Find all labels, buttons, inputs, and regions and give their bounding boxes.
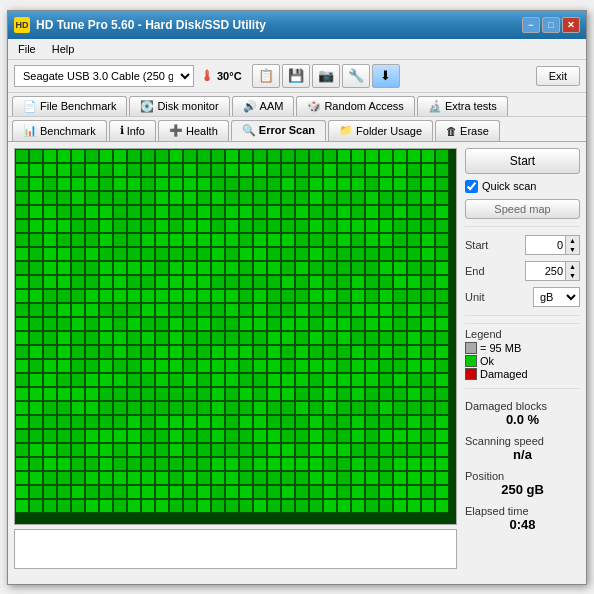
grid-cell <box>15 219 29 233</box>
close-button[interactable]: ✕ <box>562 17 580 33</box>
start-input[interactable] <box>526 239 565 251</box>
grid-cell <box>211 485 225 499</box>
grid-cell <box>113 401 127 415</box>
grid-cell <box>71 387 85 401</box>
start-down-arrow[interactable]: ▼ <box>566 245 579 254</box>
download-icon-btn[interactable]: ⬇ <box>372 64 400 88</box>
drive-select[interactable]: Seagate USB 3.0 Cable (250 gB) <box>14 65 194 87</box>
grid-cell <box>99 359 113 373</box>
menu-help[interactable]: Help <box>46 41 81 57</box>
grid-cell <box>43 359 57 373</box>
grid-cell <box>183 471 197 485</box>
grid-cell <box>379 205 393 219</box>
grid-cell <box>295 401 309 415</box>
grid-cell <box>365 261 379 275</box>
grid-cell <box>309 331 323 345</box>
grid-cell <box>253 485 267 499</box>
grid-cell <box>379 303 393 317</box>
elapsed-time-value: 0:48 <box>465 517 580 532</box>
grid-cell <box>253 247 267 261</box>
grid-cell <box>127 443 141 457</box>
grid-cell <box>323 387 337 401</box>
grid-cell <box>29 289 43 303</box>
grid-cell <box>323 219 337 233</box>
unit-select[interactable]: gB MB LBA <box>533 287 580 307</box>
grid-cell <box>295 289 309 303</box>
start-spinner[interactable]: ▲ ▼ <box>525 235 580 255</box>
end-spinner[interactable]: ▲ ▼ <box>525 261 580 281</box>
grid-cell <box>71 261 85 275</box>
grid-cell <box>141 415 155 429</box>
grid-cell <box>351 163 365 177</box>
grid-cell <box>323 485 337 499</box>
tab-benchmark[interactable]: 📊 Benchmark <box>12 120 107 141</box>
grid-cell <box>183 331 197 345</box>
position-title: Position <box>465 470 580 482</box>
tab-random-access[interactable]: 🎲 Random Access <box>296 96 414 116</box>
grid-cell <box>71 317 85 331</box>
tab-file-benchmark[interactable]: 📄 File Benchmark <box>12 96 127 116</box>
speedmap-button[interactable]: Speed map <box>465 199 580 219</box>
maximize-button[interactable]: □ <box>542 17 560 33</box>
grid-cell <box>197 149 211 163</box>
grid-cell <box>239 261 253 275</box>
grid-cell <box>323 191 337 205</box>
grid-cell <box>421 163 435 177</box>
grid-cell <box>29 499 43 513</box>
grid-cell <box>421 219 435 233</box>
start-up-arrow[interactable]: ▲ <box>566 236 579 245</box>
grid-cell <box>435 275 449 289</box>
exit-button[interactable]: Exit <box>536 66 580 86</box>
end-input[interactable] <box>526 265 565 277</box>
end-up-arrow[interactable]: ▲ <box>566 262 579 271</box>
grid-cell <box>57 317 71 331</box>
grid-cell <box>85 415 99 429</box>
tab-error-scan[interactable]: 🔍 Error Scan <box>231 120 326 141</box>
tab-aam[interactable]: 🔊 AAM <box>232 96 295 116</box>
grid-cell <box>169 275 183 289</box>
tab-health[interactable]: ➕ Health <box>158 120 229 141</box>
menu-file[interactable]: File <box>12 41 42 57</box>
grid-cell <box>295 359 309 373</box>
tab-extra-tests[interactable]: 🔬 Extra tests <box>417 96 508 116</box>
grid-cell <box>295 499 309 513</box>
grid-cell <box>337 163 351 177</box>
grid-cell <box>239 177 253 191</box>
grid-cell <box>211 429 225 443</box>
grid-cell <box>379 177 393 191</box>
tab-info[interactable]: ℹ Info <box>109 120 156 141</box>
grid-cell <box>197 289 211 303</box>
end-down-arrow[interactable]: ▼ <box>566 271 579 280</box>
grid-cell <box>211 149 225 163</box>
grid-cell <box>323 457 337 471</box>
settings-icon-btn[interactable]: 🔧 <box>342 64 370 88</box>
grid-cell <box>15 429 29 443</box>
screenshot-icon-btn[interactable]: 📷 <box>312 64 340 88</box>
grid-cell <box>169 471 183 485</box>
grid-cell <box>127 485 141 499</box>
grid-cell <box>169 499 183 513</box>
app-icon: HD <box>14 17 30 33</box>
start-button[interactable]: Start <box>465 148 580 174</box>
tab-folder-usage[interactable]: 📁 Folder Usage <box>328 120 433 141</box>
grid-cell <box>29 149 43 163</box>
grid-cell <box>351 317 365 331</box>
tab-disk-monitor[interactable]: 💽 Disk monitor <box>129 96 229 116</box>
grid-cell <box>435 331 449 345</box>
quick-scan-checkbox[interactable] <box>465 180 478 193</box>
grid-cell <box>407 177 421 191</box>
tab-erase[interactable]: 🗑 Erase <box>435 120 500 141</box>
grid-cell <box>393 429 407 443</box>
grid-cell <box>309 471 323 485</box>
grid-cell <box>85 457 99 471</box>
grid-cell <box>85 149 99 163</box>
minimize-button[interactable]: − <box>522 17 540 33</box>
grid-cell <box>407 191 421 205</box>
grid-cell <box>323 261 337 275</box>
grid-cell <box>225 303 239 317</box>
save-icon-btn[interactable]: 💾 <box>282 64 310 88</box>
copy-icon-btn[interactable]: 📋 <box>252 64 280 88</box>
grid-cell <box>253 317 267 331</box>
grid-cell <box>141 429 155 443</box>
grid-cell <box>43 485 57 499</box>
